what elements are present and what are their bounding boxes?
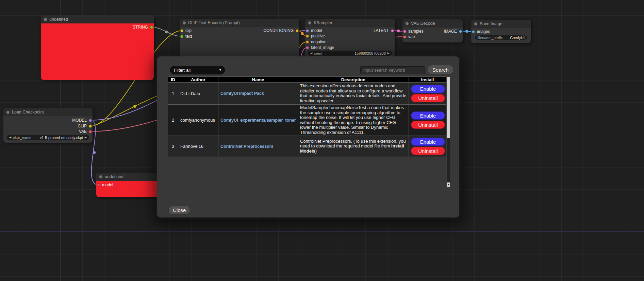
slot-pin-samples[interactable] xyxy=(403,30,406,33)
cell-description: This extension offers various detector n… xyxy=(298,83,409,105)
widget-value: ComfyUI xyxy=(510,36,525,40)
widget-value: 156680208700286 xyxy=(354,51,386,55)
decrement-arrow-icon[interactable]: ◀ xyxy=(310,52,312,55)
input-slot-images[interactable]: images xyxy=(472,29,490,34)
uninstall-button[interactable]: Uninstall xyxy=(411,147,445,155)
collapse-dot-icon[interactable] xyxy=(308,21,311,24)
slot-pin-positive[interactable] xyxy=(306,35,309,38)
slot-pin-text[interactable] xyxy=(180,35,183,38)
collapse-dot-icon[interactable] xyxy=(44,18,47,21)
output-slot-string[interactable]: STRING xyxy=(133,24,153,30)
node-titlebar[interactable]: CLIP Text Encode (Prompt) xyxy=(180,19,299,27)
collapse-dot-icon[interactable] xyxy=(406,22,409,25)
slot-label: LATENT xyxy=(374,28,389,33)
description-text: ) xyxy=(315,148,317,154)
slot-pin-model[interactable] xyxy=(89,119,92,122)
node-vae-decode[interactable]: VAE Decode samples vae IMAGE xyxy=(402,19,463,42)
collapse-dot-icon[interactable] xyxy=(183,21,186,24)
cell-install: Enable Uninstall xyxy=(409,83,446,105)
slot-pin-model[interactable] xyxy=(306,29,309,32)
collapse-dot-icon[interactable] xyxy=(6,111,10,114)
increment-arrow-icon[interactable]: ▶ xyxy=(387,52,390,55)
search-input[interactable] xyxy=(360,66,425,74)
slot-pin-vae[interactable] xyxy=(403,35,406,38)
search-button[interactable]: Search xyxy=(428,65,453,74)
widget-value: v1-5-pruned-emaonly.ckpt xyxy=(40,136,83,140)
description-text: ControlNet Preprocessors. (To use this e… xyxy=(300,139,406,149)
input-slot-samples[interactable]: samples xyxy=(403,29,424,34)
extension-link[interactable]: ComfyUI_experiments/sampler_tonemap xyxy=(220,118,296,123)
seed-widget[interactable]: ◀ seed 156680208700286 ▶ xyxy=(308,51,392,56)
table-header-row: ID Author Name Description Install xyxy=(168,77,446,83)
node-undefined-top[interactable]: undefined STRING xyxy=(41,15,154,80)
node-save-image[interactable]: Save Image images filename_prefix ComfyU… xyxy=(471,20,531,43)
node-title: Load Checkpoint xyxy=(12,110,44,115)
node-titlebar[interactable]: Load Checkpoint xyxy=(3,108,93,116)
cell-id: 1 xyxy=(168,83,178,105)
input-slot-model[interactable]: model xyxy=(306,28,322,33)
header-name: Name xyxy=(218,77,298,83)
slot-pin-clip[interactable] xyxy=(89,125,92,128)
input-slot-text[interactable]: text xyxy=(180,34,192,39)
slot-pin-vae[interactable] xyxy=(89,130,92,133)
cell-author: Dr.Lt.Data xyxy=(178,83,218,105)
slot-pin-negative[interactable] xyxy=(306,40,309,43)
slot-pin-images[interactable] xyxy=(472,30,475,33)
cell-id: 3 xyxy=(168,136,178,157)
output-slot-vae[interactable]: VAE xyxy=(79,129,92,134)
output-slot-model[interactable]: MODEL xyxy=(72,118,92,123)
input-slot-latent-image[interactable]: latent_image xyxy=(306,45,334,50)
slot-label: images xyxy=(477,29,490,34)
slot-pin-string[interactable] xyxy=(150,26,153,29)
decrement-arrow-icon[interactable]: ◀ xyxy=(9,136,11,139)
slot-label: STRING xyxy=(133,25,148,30)
extension-link[interactable]: ComfyUI Impact Pack xyxy=(220,91,296,96)
output-slot-conditioning[interactable]: CONDITIONING xyxy=(263,28,299,33)
table-scrollbar[interactable]: ▼ xyxy=(446,76,451,188)
input-slot-clip[interactable]: clip xyxy=(180,28,192,33)
increment-arrow-icon[interactable]: ▶ xyxy=(85,136,87,139)
enable-button[interactable]: Enable xyxy=(411,85,445,93)
extension-table-zone: ID Author Name Description Install 1 Dr.… xyxy=(168,76,451,188)
output-slot-image[interactable]: IMAGE xyxy=(444,29,462,34)
node-undefined-bottom[interactable]: undefined model xyxy=(96,173,166,197)
extension-row: 1 Dr.Lt.Data ComfyUI Impact Pack This ex… xyxy=(168,83,446,105)
header-id: ID xyxy=(168,77,178,83)
slot-label: positive xyxy=(311,34,325,38)
collapse-dot-icon[interactable] xyxy=(474,22,477,25)
enable-button[interactable]: Enable xyxy=(411,138,445,146)
filter-select[interactable]: Filter: all xyxy=(170,66,225,74)
node-titlebar[interactable]: KSampler xyxy=(305,19,395,27)
input-slot-model[interactable]: model xyxy=(97,182,113,188)
node-titlebar[interactable]: undefined xyxy=(41,15,154,23)
output-slot-latent[interactable]: LATENT xyxy=(374,28,394,33)
node-titlebar[interactable]: undefined xyxy=(96,173,166,181)
extension-row: 3 Fannovel16 ControlNet Preprocessors Co… xyxy=(168,136,446,157)
input-slot-negative[interactable]: negative xyxy=(306,39,326,45)
ckpt-name-widget[interactable]: ◀ ckpt_name v1-5-pruned-emaonly.ckpt ▶ xyxy=(7,135,89,140)
slot-pin-latent-image[interactable] xyxy=(306,46,309,49)
collapse-dot-icon[interactable] xyxy=(99,175,102,178)
link-dot xyxy=(301,32,304,35)
slot-pin-conditioning[interactable] xyxy=(296,29,299,32)
node-titlebar[interactable]: VAE Decode xyxy=(402,19,463,28)
scrollbar-thumb[interactable] xyxy=(447,77,450,138)
uninstall-button[interactable]: Uninstall xyxy=(411,121,445,129)
scrollbar-down-button[interactable]: ▼ xyxy=(447,182,450,187)
input-slot-positive[interactable]: positive xyxy=(306,33,325,39)
node-load-checkpoint[interactable]: Load Checkpoint MODEL CLIP VAE ◀ ckpt_na… xyxy=(3,108,93,143)
uninstall-button[interactable]: Uninstall xyxy=(411,94,445,102)
node-titlebar[interactable]: Save Image xyxy=(471,20,531,28)
slot-label: samples xyxy=(408,29,424,34)
enable-button[interactable]: Enable xyxy=(411,111,445,120)
slot-pin-model[interactable] xyxy=(97,183,100,187)
filename-prefix-widget[interactable]: filename_prefix ComfyUI xyxy=(475,35,527,40)
slot-pin-clip[interactable] xyxy=(180,29,183,32)
slot-label: VAE xyxy=(79,129,87,134)
slot-pin-latent[interactable] xyxy=(391,29,394,32)
close-button[interactable]: Close xyxy=(168,206,190,215)
output-slot-clip[interactable]: CLIP xyxy=(78,123,92,129)
input-slot-vae[interactable]: vae xyxy=(403,34,415,39)
slot-pin-image[interactable] xyxy=(459,30,462,33)
extension-link[interactable]: ControlNet Preprocessors xyxy=(220,144,296,149)
